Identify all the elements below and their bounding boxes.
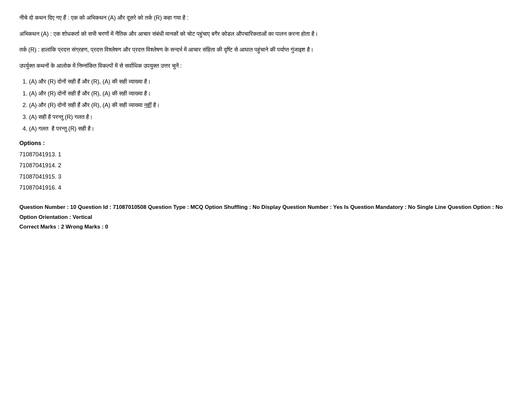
- choice-3: 2. (A) और (R) दोनों सही हैं और (R), (A) …: [23, 100, 513, 110]
- option-1: 71087041913. 1: [19, 150, 513, 160]
- options-label: Options :: [19, 138, 513, 148]
- question-meta: Question Number : 10 Question Id : 71087…: [19, 202, 513, 232]
- option-3: 71087041915. 3: [19, 172, 513, 182]
- meta-line2: Correct Marks : 2 Wrong Marks : 0: [19, 222, 513, 232]
- intro-line: नीचे दो कथन दिए गए हैं : एक को अभिकथन (A…: [19, 13, 513, 23]
- assertion-text: अभिकथन (A) : एक शोधकर्ता को सभी चरणों मे…: [19, 29, 513, 39]
- option-4: 71087041916. 4: [19, 183, 513, 193]
- choices-list: 1. (A) और (R) दोनों सही हैं और (R), (A) …: [23, 77, 513, 134]
- instruction-text: उपर्युक्त कथनों के आलोक में निम्नांकित व…: [19, 61, 513, 71]
- reason-text: तर्क (R) : हालांकि प्रदत्त संग्रहण, प्रद…: [19, 45, 513, 55]
- choice-5: 4. (A) गलत है परन्‍तु (R) सही है।: [23, 124, 513, 134]
- choice-1: 1. (A) और (R) दोनों सही हैं और (R), (A) …: [23, 77, 513, 87]
- meta-line1: Question Number : 10 Question Id : 71087…: [19, 202, 513, 222]
- option-2: 71087041914. 2: [19, 161, 513, 171]
- choice-4: 3. (A) सही है परन्‍तु (R) गलत है।: [23, 112, 513, 122]
- options-list: 71087041913. 1 71087041914. 2 7108704191…: [19, 150, 513, 193]
- question-body: नीचे दो कथन दिए गए हैं : एक को अभिकथन (A…: [19, 13, 513, 232]
- choice-2: 1. (A) और (R) दोनों सही हैं और (R), (A) …: [23, 89, 513, 99]
